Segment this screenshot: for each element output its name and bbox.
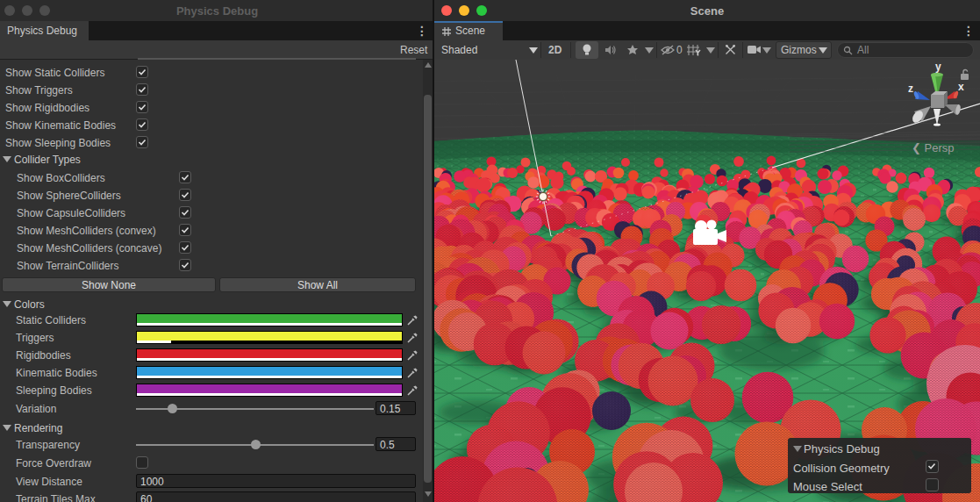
svg-text:x: x (958, 81, 964, 93)
svg-text:y: y (935, 61, 941, 73)
svg-text:❮ Persp: ❮ Persp (912, 141, 954, 155)
svg-text:z: z (908, 82, 913, 95)
